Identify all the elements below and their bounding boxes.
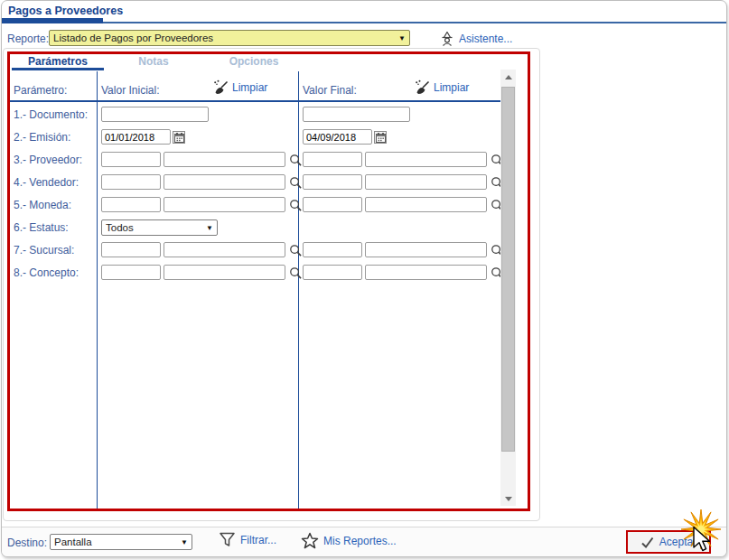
chevron-down-icon: ▼: [181, 538, 188, 546]
scroll-up-button[interactable]: [500, 70, 516, 84]
concepto-final-code-input[interactable]: [303, 265, 362, 280]
moneda-initial-name-input[interactable]: [164, 197, 285, 212]
vendedor-initial-code-input[interactable]: [101, 174, 161, 190]
clear-final-link[interactable]: Limpiar: [414, 79, 469, 95]
estatus-dropdown[interactable]: Todos ▼: [101, 219, 218, 236]
estatus-dropdown-value: Todos: [106, 222, 134, 233]
tab-notas[interactable]: Notas: [106, 55, 201, 70]
tab-strip-line: [2, 22, 726, 23]
report-label: Reporte:: [7, 33, 49, 45]
search-icon: [289, 199, 303, 212]
search-icon: [289, 244, 303, 257]
clear-initial-link[interactable]: Limpiar: [212, 79, 267, 95]
initial-column-header: Valor Inicial:: [101, 84, 159, 97]
calendar-button[interactable]: [374, 131, 387, 144]
row-label-vendedor: 4.- Vendedor:: [14, 176, 79, 189]
clear-link-label: Limpiar: [434, 81, 469, 94]
param-column-header: Parámetro:: [14, 84, 67, 97]
row-label-sucursal: 7.- Sucursal:: [14, 244, 74, 257]
header-rule: [10, 100, 500, 102]
destination-dropdown[interactable]: Pantalla ▼: [50, 534, 192, 550]
filter-link-label: Filtrar...: [240, 534, 276, 546]
calendar-icon: [174, 133, 184, 143]
column-divider: [97, 71, 98, 509]
moneda-final-code-input[interactable]: [303, 197, 362, 212]
vertical-scrollbar[interactable]: [500, 70, 516, 506]
search-icon: [289, 176, 303, 190]
scrollbar-thumb[interactable]: [501, 87, 515, 452]
active-tab-underline: [2, 18, 103, 23]
calendar-icon: [376, 133, 386, 143]
row-label-documento: 1.- Documento:: [14, 108, 88, 121]
proveedor-initial-code-input[interactable]: [101, 152, 161, 167]
check-icon: [640, 536, 654, 548]
emision-final-input[interactable]: [303, 129, 372, 145]
row-label-concepto: 8.- Concepto:: [14, 266, 79, 279]
search-icon: [289, 154, 303, 167]
chevron-down-icon: ▼: [398, 34, 406, 42]
documento-initial-input[interactable]: [101, 107, 209, 122]
report-dropdown[interactable]: Listado de Pagos por Proveedores ▼: [49, 30, 410, 46]
assistant-link[interactable]: Asistente...: [440, 32, 512, 46]
broom-icon: [212, 79, 229, 95]
assistant-link-label: Asistente...: [459, 33, 512, 45]
parametros-tab-underline: [12, 68, 104, 70]
documento-final-input[interactable]: [303, 107, 410, 122]
proveedor-final-code-input[interactable]: [303, 152, 362, 167]
my-reports-link[interactable]: Mis Reportes...: [301, 532, 397, 549]
row-label-proveedor: 3.- Proveedor:: [14, 154, 82, 166]
clear-link-label: Limpiar: [232, 81, 267, 94]
accept-button[interactable]: Aceptar: [626, 530, 711, 554]
vendedor-initial-name-input[interactable]: [164, 174, 285, 190]
final-column-header: Valor Final:: [303, 84, 357, 97]
scroll-down-icon: [505, 497, 512, 501]
filter-link[interactable]: Filtrar...: [219, 531, 276, 548]
my-reports-link-label: Mis Reportes...: [323, 535, 397, 547]
moneda-initial-lookup-button[interactable]: [288, 198, 303, 212]
proveedor-initial-lookup-button[interactable]: [288, 153, 303, 167]
scroll-up-icon: [505, 75, 512, 79]
tab-opciones[interactable]: Opciones: [201, 55, 306, 70]
broom-icon: [414, 79, 430, 95]
proveedor-final-name-input[interactable]: [365, 152, 487, 167]
vendedor-final-name-input[interactable]: [365, 174, 487, 190]
vendedor-final-code-input[interactable]: [303, 174, 362, 190]
sucursal-initial-code-input[interactable]: [101, 242, 161, 257]
search-icon: [289, 266, 303, 280]
concepto-initial-code-input[interactable]: [101, 265, 161, 280]
accept-button-label: Aceptar: [659, 536, 696, 548]
row-label-estatus: 6.- Estatus:: [14, 221, 69, 234]
moneda-final-name-input[interactable]: [365, 197, 487, 212]
scroll-down-button[interactable]: [500, 491, 516, 506]
row-label-moneda: 5.- Moneda:: [14, 199, 71, 211]
sucursal-initial-name-input[interactable]: [164, 242, 285, 257]
calendar-button[interactable]: [173, 131, 185, 144]
app-tab-title[interactable]: Pagos a Proveedores: [8, 5, 123, 17]
concepto-initial-lookup-button[interactable]: [288, 266, 303, 280]
destination-label: Destino:: [7, 537, 47, 549]
sucursal-final-code-input[interactable]: [303, 242, 362, 257]
sucursal-initial-lookup-button[interactable]: [288, 243, 303, 257]
concepto-final-name-input[interactable]: [365, 265, 487, 280]
destination-dropdown-value: Pantalla: [54, 537, 92, 547]
vendedor-initial-lookup-button[interactable]: [288, 175, 303, 190]
chevron-down-icon: ▼: [206, 224, 213, 232]
sucursal-final-name-input[interactable]: [365, 242, 487, 257]
concepto-initial-name-input[interactable]: [164, 265, 285, 280]
parameters-panel: Parámetros Notas Opciones Parámetro: Val…: [7, 51, 530, 511]
moneda-initial-code-input[interactable]: [101, 197, 161, 212]
filter-funnel-icon: [219, 531, 236, 548]
emision-initial-input[interactable]: [101, 129, 171, 145]
star-icon: [301, 532, 319, 549]
report-dropdown-value: Listado de Pagos por Proveedores: [53, 33, 213, 43]
row-label-emision: 2.- Emisión:: [14, 131, 70, 144]
proveedor-initial-name-input[interactable]: [164, 152, 285, 167]
wizard-icon: [440, 32, 454, 46]
footer-divider: [2, 527, 726, 527]
